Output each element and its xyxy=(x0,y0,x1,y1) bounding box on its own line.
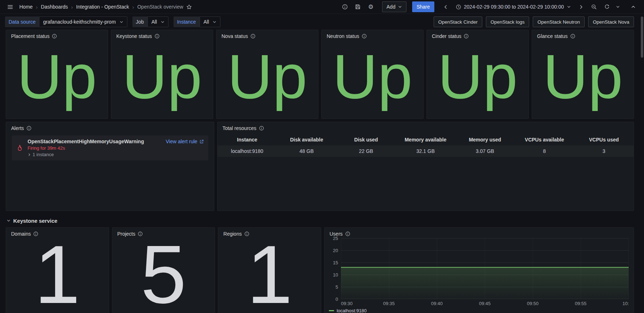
panel-title: Keystone status xyxy=(116,33,152,39)
collapse-top-bar-button[interactable] xyxy=(628,1,639,13)
variable-job-value: All xyxy=(151,19,157,25)
keystone-panel-row: Domains 1 Projects 5 Regions 1 xyxy=(6,227,634,313)
legend-series-label[interactable]: localhost:9180 xyxy=(337,308,367,313)
scrollbar[interactable] xyxy=(641,0,643,313)
info-icon[interactable] xyxy=(52,34,57,39)
refresh-button[interactable] xyxy=(601,1,613,13)
zoom-out-icon xyxy=(591,4,597,10)
panel-neutron-status: Neutron status Up xyxy=(321,30,424,119)
link-openstack-cinder[interactable]: OpenStack Cinder xyxy=(434,16,482,27)
zoom-out-time-button[interactable] xyxy=(588,1,600,13)
variable-datasource-select[interactable]: grafanacloud-keithschmitty-prom xyxy=(39,16,127,27)
add-button-label: Add xyxy=(386,4,395,10)
variable-datasource-label: Data source xyxy=(5,16,39,27)
status-value: Up xyxy=(6,40,108,119)
panel-title: Regions xyxy=(223,231,241,237)
breadcrumb-separator-icon: › xyxy=(36,4,38,10)
section-title: Keystone service xyxy=(13,218,57,224)
legend-series-swatch xyxy=(329,310,334,311)
breadcrumb-dashboards[interactable]: Dashboards xyxy=(41,4,68,10)
dashboard-insights-button[interactable] xyxy=(339,1,351,13)
info-icon[interactable] xyxy=(362,34,367,39)
panel-domains: Domains 1 xyxy=(6,227,109,313)
breadcrumb-home[interactable]: Home xyxy=(19,4,33,10)
info-icon[interactable] xyxy=(345,231,350,236)
favorite-star-button[interactable] xyxy=(183,1,195,13)
info-icon[interactable] xyxy=(250,34,255,39)
cell-memory-used: 3.07 GB xyxy=(455,145,514,157)
view-alert-rule-link[interactable]: View alert rule xyxy=(166,139,204,144)
chevron-right-icon xyxy=(579,4,584,10)
info-icon[interactable] xyxy=(155,34,160,39)
row-keystone-service-toggle[interactable]: Keystone service xyxy=(6,214,634,227)
save-icon xyxy=(355,4,361,10)
cell-memory-available: 32.1 GB xyxy=(396,145,455,157)
chevron-down-icon xyxy=(567,5,571,9)
column-header[interactable]: Memory used xyxy=(455,134,514,145)
cell-disk-available: 48 GB xyxy=(277,145,336,157)
fire-icon xyxy=(16,145,23,151)
panel-glance-status: Glance status Up xyxy=(532,30,634,119)
refresh-icon xyxy=(604,4,610,10)
link-openstack-neutron[interactable]: OpenStack Neutron xyxy=(533,16,585,27)
dashboard-links: OpenStack Cinder OpenStack logs OpenStac… xyxy=(434,16,634,27)
chevron-left-icon xyxy=(443,4,448,10)
refresh-interval-dropdown[interactable] xyxy=(614,1,622,13)
time-shift-back-button[interactable] xyxy=(440,1,452,13)
variable-instance-label: Instance xyxy=(174,16,200,27)
panel-nova-status: Nova status Up xyxy=(216,30,318,119)
variable-job: Job All xyxy=(132,16,169,27)
hamburger-icon xyxy=(7,4,13,10)
time-range-picker[interactable]: 2024-02-29 09:30:00 to 2024-02-29 10:00:… xyxy=(453,1,574,12)
panel-title: Glance status xyxy=(537,33,568,39)
dashboard-grid: Placement status Up Keystone status Up N… xyxy=(0,30,644,313)
panel-placement-status: Placement status Up xyxy=(6,30,108,119)
variable-instance-value: All xyxy=(204,19,209,25)
scrollbar-thumb[interactable] xyxy=(641,16,643,58)
alert-instances-toggle[interactable]: 1 instance xyxy=(28,152,204,157)
cell-vcpus-available: 8 xyxy=(515,145,574,157)
variable-datasource: Data source grafanacloud-keithschmitty-p… xyxy=(5,16,127,27)
star-icon xyxy=(186,4,192,10)
variable-job-select[interactable]: All xyxy=(147,16,169,27)
panel-title: Projects xyxy=(117,231,136,237)
dashboard-settings-button[interactable]: ⚙ xyxy=(365,1,376,13)
link-openstack-nova[interactable]: OpenStack Nova xyxy=(588,16,634,27)
column-header[interactable]: VCPUs available xyxy=(515,134,574,145)
users-chart-plot[interactable] xyxy=(341,238,629,299)
info-icon[interactable] xyxy=(570,34,575,39)
column-header[interactable]: VCPUs used xyxy=(574,134,634,145)
info-icon[interactable] xyxy=(464,34,469,39)
share-button[interactable]: Share xyxy=(412,1,434,12)
time-shift-forward-button[interactable] xyxy=(575,1,587,13)
column-header[interactable]: Disk used xyxy=(336,134,396,145)
panel-title: Alerts xyxy=(11,125,24,131)
breadcrumb-current: OpenStack overview xyxy=(137,4,183,10)
variable-job-label: Job xyxy=(132,16,148,27)
panel-users: Users 0510152025 09:3009:3509:4009:4509:… xyxy=(324,227,634,313)
status-value: Up xyxy=(427,40,528,119)
breadcrumb-folder[interactable]: Integration - OpenStack xyxy=(76,4,129,10)
column-header[interactable]: Disk available xyxy=(277,134,336,145)
link-openstack-logs[interactable]: OpenStack logs xyxy=(486,16,529,27)
variable-datasource-value: grafanacloud-keithschmitty-prom xyxy=(43,19,116,25)
panel-projects: Projects 5 xyxy=(112,227,215,313)
column-header[interactable]: Instance xyxy=(218,134,277,145)
chevron-up-icon xyxy=(631,4,636,9)
users-chart-x-axis: 09:3009:3509:4009:4509:5009:5510:00 xyxy=(341,299,629,306)
panel-title: Cinder status xyxy=(432,33,461,39)
variable-instance-select[interactable]: All xyxy=(200,16,221,27)
menu-toggle-button[interactable] xyxy=(4,1,16,13)
info-icon[interactable] xyxy=(26,126,31,131)
save-dashboard-button[interactable] xyxy=(352,1,364,13)
resources-table: Instance Disk available Disk used Memory… xyxy=(218,134,634,157)
info-icon[interactable] xyxy=(259,126,264,131)
status-value: Up xyxy=(216,40,318,119)
grafana-app: Home › Dashboards › Integration - OpenSt… xyxy=(0,0,644,313)
chevron-right-icon xyxy=(28,153,31,156)
stat-value: 5 xyxy=(112,237,215,313)
status-value: Up xyxy=(322,40,423,119)
add-button[interactable]: Add xyxy=(382,1,406,12)
stat-value: 1 xyxy=(6,237,109,313)
column-header[interactable]: Memory available xyxy=(396,134,455,145)
